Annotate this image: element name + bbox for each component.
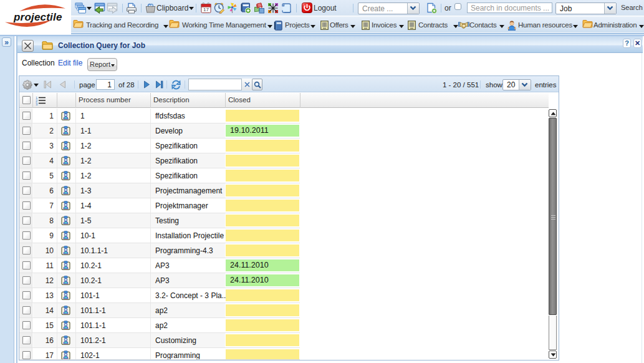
svg-text:projectile: projectile (13, 11, 62, 23)
svg-text:17: 17 (203, 7, 209, 12)
svg-text:3: 3 (36, 102, 38, 105)
